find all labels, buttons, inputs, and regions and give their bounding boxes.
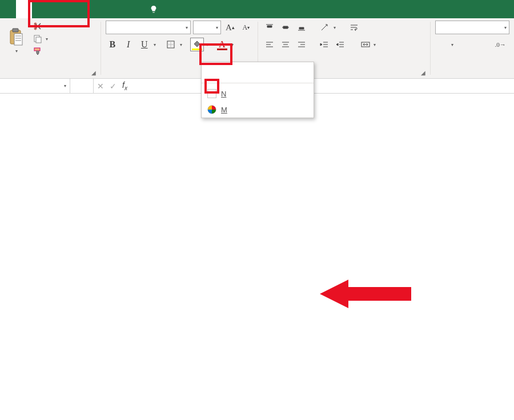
align-left-button[interactable] — [263, 38, 276, 51]
italic-button[interactable]: I — [122, 38, 135, 51]
copy-icon — [33, 34, 42, 43]
standard-colors-header — [202, 72, 314, 78]
group-number: ▾ ▾ .0→ — [431, 18, 514, 78]
align-middle-button[interactable] — [279, 21, 292, 34]
svg-rect-7 — [34, 48, 40, 51]
tab-view[interactable] — [112, 0, 128, 18]
name-box[interactable]: ▾ — [0, 79, 70, 93]
dialog-launcher-icon[interactable]: ◢ — [91, 70, 96, 76]
svg-marker-11 — [320, 280, 411, 308]
formula-bar[interactable] — [131, 79, 514, 93]
comma-button[interactable] — [472, 38, 485, 51]
enter-formula-icon[interactable]: ✓ — [110, 82, 117, 91]
no-fill-label: N — [221, 90, 226, 98]
wrap-text-button[interactable] — [347, 22, 363, 33]
annotation-box-fill — [199, 43, 232, 65]
merge-center-button[interactable]: ▾ — [359, 39, 378, 50]
annotation-box-swatch — [204, 79, 219, 94]
bold-button[interactable]: B — [106, 38, 119, 51]
group-label-number — [435, 76, 509, 77]
borders-button[interactable] — [164, 38, 178, 51]
chevron-down-icon: ▾ — [216, 25, 218, 30]
format-painter-button[interactable] — [31, 46, 50, 57]
chevron-down-icon: ▾ — [64, 83, 66, 88]
chevron-down-icon[interactable]: ▾ — [154, 42, 156, 47]
paste-icon — [9, 28, 25, 46]
font-size-combo[interactable]: ▾ — [193, 21, 222, 34]
percent-button[interactable] — [456, 38, 469, 51]
underline-button[interactable]: U — [138, 38, 151, 51]
svg-rect-6 — [36, 37, 41, 43]
align-bottom-button[interactable] — [295, 21, 308, 34]
chevron-down-icon: ▾ — [186, 25, 188, 30]
tell-me-search[interactable] — [144, 0, 167, 18]
cancel-formula-icon[interactable]: ✕ — [97, 82, 104, 91]
fx-icon[interactable]: fx — [122, 80, 127, 91]
increase-indent-button[interactable] — [334, 38, 347, 51]
more-colors-label: M — [221, 106, 227, 114]
currency-button[interactable] — [435, 38, 449, 51]
annotation-box-home — [28, 0, 90, 27]
decrease-font-button[interactable]: A▾ — [239, 21, 253, 34]
increase-font-button[interactable]: A▴ — [223, 21, 237, 34]
tab-help[interactable] — [128, 0, 144, 18]
chevron-down-icon: ▾ — [15, 49, 18, 54]
chevron-down-icon[interactable]: ▾ — [451, 42, 453, 47]
annotation-arrow — [320, 277, 411, 313]
tab-file[interactable] — [0, 0, 16, 18]
tab-review[interactable] — [96, 0, 112, 18]
align-top-button[interactable] — [263, 21, 276, 34]
paintbrush-icon — [33, 47, 42, 56]
worksheet-grid[interactable] — [0, 94, 514, 420]
decrease-indent-button[interactable] — [318, 38, 331, 51]
align-center-button[interactable] — [279, 38, 292, 51]
chevron-down-icon: ▾ — [374, 42, 376, 47]
merge-icon — [361, 40, 370, 49]
chevron-down-icon[interactable]: ▾ — [180, 42, 182, 47]
chevron-down-icon: ▾ — [46, 37, 48, 42]
orientation-button[interactable] — [318, 21, 331, 34]
font-name-combo[interactable]: ▾ — [106, 21, 191, 34]
dialog-launcher-icon[interactable]: ◢ — [421, 70, 425, 76]
more-colors-item[interactable]: M — [202, 102, 314, 118]
paste-button[interactable]: ▾ — [5, 21, 29, 60]
group-label-clipboard: ◢ — [5, 76, 96, 77]
increase-decimal-button[interactable]: .0→ — [493, 38, 507, 51]
chevron-down-icon[interactable]: ▾ — [334, 25, 336, 30]
align-right-button[interactable] — [295, 38, 308, 51]
chevron-down-icon: ▾ — [504, 25, 507, 30]
number-format-combo[interactable]: ▾ — [435, 21, 509, 34]
copy-button[interactable]: ▾ — [31, 33, 50, 45]
svg-rect-1 — [13, 29, 18, 32]
wrap-text-icon — [350, 23, 359, 32]
svg-rect-2 — [14, 34, 22, 45]
color-wheel-icon — [207, 105, 216, 114]
lightbulb-icon — [150, 5, 158, 13]
